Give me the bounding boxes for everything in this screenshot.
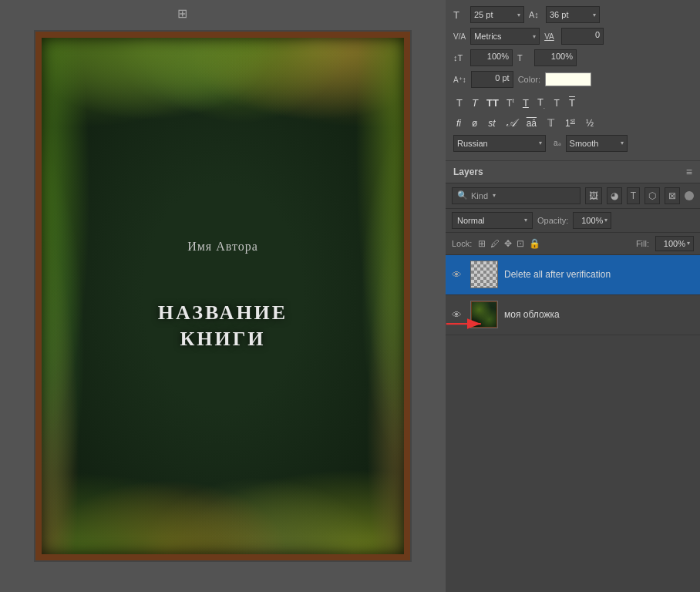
font-size-dropdown[interactable]: 25 pt ▾	[470, 6, 524, 23]
layer-thumb-cover-2	[471, 301, 497, 328]
book-cover: Имя Автора НАЗВАНИЕ КНИГИ	[34, 30, 412, 562]
typo-tt-btn[interactable]: TT	[484, 96, 501, 109]
lock-position-icon[interactable]: ✥	[504, 238, 512, 249]
ot-script-btn[interactable]: 𝒜	[503, 116, 519, 130]
fill-value[interactable]: 100% ▾	[655, 236, 694, 251]
layer-visibility-2[interactable]: 👁	[452, 309, 464, 321]
book-title-line2: КНИГИ	[158, 326, 288, 352]
opacity-value[interactable]: 100% ▾	[573, 212, 611, 229]
blend-mode-dropdown[interactable]: Normal ▾	[452, 212, 533, 229]
anti-alias-chevron: ▾	[621, 140, 624, 146]
font-size-value: 25 pt	[474, 10, 493, 19]
book-title: НАЗВАНИЕ КНИГИ	[158, 300, 288, 352]
fill-chevron: ▾	[687, 240, 690, 247]
ot-aa-btn[interactable]: aā	[523, 117, 540, 130]
lock-artboard-icon[interactable]: ⊡	[517, 238, 524, 249]
hscale-icon: T	[517, 53, 530, 62]
canvas-area: ⊞ Имя Автора НАЗВАНИЕ КНИГИ	[0, 0, 446, 592]
layers-filter-row: 🔍 Kind ▾ 🖼 ◕ T ⬡ ⊠	[446, 183, 700, 209]
ot-ornament-btn[interactable]: ø	[469, 117, 480, 130]
layer-item[interactable]: 👁 Delete all after verification	[446, 255, 700, 295]
lock-label: Lock:	[452, 239, 472, 248]
filter-smart-btn[interactable]: ⊠	[665, 187, 680, 204]
layers-filter-search[interactable]: 🔍 Kind ▾	[452, 187, 581, 204]
ot-fraction-btn[interactable]: ½	[583, 117, 597, 130]
filter-path-btn[interactable]: ⬡	[644, 187, 660, 204]
anti-alias-value: Smooth	[570, 139, 599, 148]
filter-chevron: ▾	[493, 192, 496, 199]
layer-thumb-checker-1	[471, 261, 497, 288]
kerning-value: Metrics	[474, 32, 501, 41]
ot-double-btn[interactable]: 𝕋	[544, 116, 557, 130]
lock-pixels-icon[interactable]: ⊞	[478, 238, 486, 249]
ot-ordinal-btn[interactable]: 1st	[562, 116, 578, 130]
baseline-input[interactable]: 0 pt	[471, 71, 513, 88]
language-value: Russian	[457, 139, 488, 148]
color-swatch[interactable]	[545, 72, 591, 86]
blend-mode-chevron: ▾	[524, 217, 527, 224]
layers-title: Layers	[453, 166, 483, 177]
typo-italic-btn[interactable]: T	[469, 96, 481, 109]
layer-name-2: моя обложка	[504, 309, 694, 320]
kerning-row: V/A Metrics ▾ VA 0	[453, 28, 692, 45]
font-size-chevron: ▾	[517, 12, 520, 18]
book-cover-inner: Имя Автора НАЗВАНИЕ КНИГИ	[35, 32, 410, 560]
leading-dropdown[interactable]: 36 pt ▾	[546, 6, 600, 23]
typo-upper-btn[interactable]: T	[550, 97, 563, 109]
leading-icon: A↕	[529, 10, 541, 19]
language-dropdown[interactable]: Russian ▾	[453, 135, 546, 152]
blend-mode-value: Normal	[457, 216, 484, 225]
layer-name-1: Delete all after verification	[504, 269, 694, 280]
book-title-line1: НАЗВАНИЕ	[158, 300, 288, 326]
aa-icon: aₐ	[554, 139, 561, 147]
tracking-input[interactable]: 0	[561, 28, 604, 45]
lock-icons-group: ⊞ 🖊 ✥ ⊡ 🔒	[478, 238, 540, 249]
opacity-chevron: ▾	[604, 217, 607, 224]
layers-menu-icon[interactable]: ≡	[686, 166, 692, 178]
layers-panel: Layers ≡ 🔍 Kind ▾ 🖼 ◕ T ⬡ ⊠ Normal ▾ Opa…	[446, 161, 700, 592]
lock-image-icon[interactable]: 🖊	[490, 238, 500, 249]
filter-adjust-btn[interactable]: ◕	[607, 187, 622, 204]
filter-kind-label: Kind	[471, 191, 488, 200]
fill-label: Fill:	[636, 239, 649, 248]
baseline-icon: A⁺↕	[453, 76, 466, 84]
grid-icon[interactable]: ⊞	[177, 6, 187, 21]
vscale-icon: ↕T	[453, 53, 466, 62]
layer-thumb-2	[470, 301, 498, 328]
author-name: Имя Автора	[158, 240, 288, 254]
leading-chevron: ▾	[593, 12, 596, 18]
ot-fi-btn[interactable]: fi	[453, 117, 464, 130]
typo-regular-btn[interactable]: T	[453, 96, 466, 109]
typo-tt2-btn[interactable]: Tt	[504, 96, 517, 109]
font-size-row: T 25 pt ▾ A↕ 36 pt ▾	[453, 6, 692, 23]
typo-underline-btn[interactable]: T	[520, 96, 532, 109]
typo-strikethrough-btn[interactable]: T.	[535, 96, 547, 111]
filter-dot[interactable]	[685, 191, 694, 200]
blend-opacity-row: Normal ▾ Opacity: 100% ▾	[446, 209, 700, 233]
color-label: Color:	[518, 75, 540, 84]
lang-row: Russian ▾ aₐ Smooth ▾	[453, 133, 692, 154]
anti-alias-dropdown[interactable]: Smooth ▾	[566, 135, 628, 152]
layer-visibility-1[interactable]: 👁	[452, 269, 464, 281]
filter-type-btn[interactable]: T	[627, 187, 640, 204]
filter-image-btn[interactable]: 🖼	[585, 187, 602, 204]
hscale-input[interactable]: 100%	[534, 49, 577, 66]
layer-thumb-1	[470, 261, 498, 288]
opacity-label: Opacity:	[537, 216, 568, 225]
layers-list: 👁 Delete all after verification 👁 моя об…	[446, 255, 700, 592]
ot-st-btn[interactable]: st	[485, 117, 498, 130]
font-size-icon: T	[453, 9, 466, 21]
lock-all-icon[interactable]: 🔒	[529, 238, 540, 249]
leading-value: 36 pt	[550, 10, 568, 19]
layer-item[interactable]: 👁 моя обложка	[446, 295, 700, 335]
kerning-chevron: ▾	[533, 33, 536, 40]
language-chevron: ▾	[539, 140, 542, 146]
lock-row: Lock: ⊞ 🖊 ✥ ⊡ 🔒 Fill: 100% ▾	[446, 233, 700, 255]
tracking-icon: VA	[544, 32, 557, 41]
properties-panel: T 25 pt ▾ A↕ 36 pt ▾ V/A Metrics ▾ VA 0	[446, 0, 700, 161]
kerning-icon: V/A	[453, 32, 466, 41]
typo-overline-btn[interactable]: T	[566, 96, 578, 109]
vscale-input[interactable]: 100%	[470, 49, 513, 66]
kerning-dropdown[interactable]: Metrics ▾	[470, 28, 540, 45]
search-icon: 🔍	[457, 190, 468, 200]
